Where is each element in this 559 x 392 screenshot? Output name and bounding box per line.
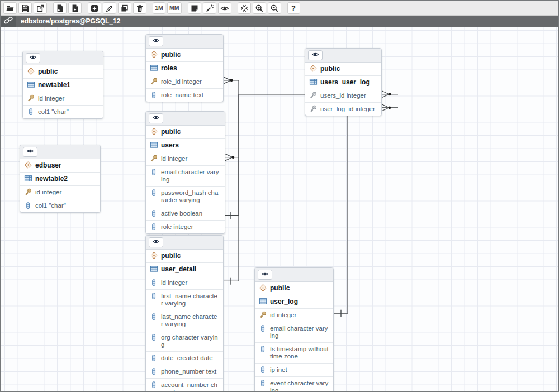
open-folder-icon <box>6 4 15 13</box>
relationship-users_user_log-user_log_id[interactable] <box>382 104 398 111</box>
column-row-col1[interactable]: col1 "char" <box>23 106 103 118</box>
column-row-org[interactable]: org character varying <box>146 331 223 352</box>
table-name-row-label: user_detail <box>161 265 196 274</box>
column-row-last_name[interactable]: last_name character varying <box>146 310 223 331</box>
table-details-toggle-button[interactable] <box>26 53 40 63</box>
column-row-ip-label: ip inet <box>270 366 287 374</box>
column-row-col1[interactable]: col1 "char" <box>20 199 100 212</box>
open-project-button[interactable] <box>3 2 17 14</box>
column-row-email-label: email character varying <box>270 325 329 340</box>
edge-dot-marker <box>230 79 233 82</box>
table-node-roles[interactable]: publicrolesrole_id integerrole_name text <box>145 34 224 102</box>
primary-key-icon <box>259 311 267 319</box>
edit-table-button[interactable] <box>103 2 116 14</box>
column-row-event[interactable]: event character varying <box>255 377 333 391</box>
table-icon <box>27 80 35 89</box>
column-row-last_name-label: last_name character varying <box>161 313 219 328</box>
table-icon <box>150 64 158 72</box>
schema-icon <box>150 251 158 260</box>
erd-toolbar: 1MMM? <box>1 1 558 16</box>
table-node-user_detail[interactable]: publicuser_detailid integerfirst_name ch… <box>145 235 224 391</box>
save-icon <box>21 4 30 13</box>
column-row-id[interactable]: id integer <box>146 152 225 166</box>
zoom-out-button[interactable] <box>268 2 281 14</box>
relationship-users_user_log-users_id[interactable] <box>382 91 398 98</box>
relationship-user_detail-id[interactable] <box>224 157 239 285</box>
table-header <box>146 112 225 126</box>
column-icon <box>259 379 267 387</box>
table-details-toggle-button[interactable] <box>308 50 323 60</box>
save-as-button[interactable] <box>34 2 47 14</box>
one-to-many-button[interactable]: 1M <box>153 2 165 14</box>
add-table-button[interactable] <box>88 2 101 14</box>
table-node-newtable2[interactable]: edbusernewtable2id integercol1 "char" <box>20 145 101 213</box>
column-row-email[interactable]: email character varying <box>255 322 333 343</box>
show-details-button[interactable] <box>218 2 231 14</box>
generate-sql-button[interactable] <box>53 2 67 14</box>
table-details-toggle-button[interactable] <box>258 270 272 280</box>
table-header <box>146 35 223 49</box>
clone-table-button[interactable] <box>118 2 131 14</box>
column-row-password_hash[interactable]: password_hash character varying <box>146 187 225 207</box>
column-row-users_id[interactable]: users_id integer <box>305 89 381 103</box>
column-row-id[interactable]: id integer <box>255 309 333 322</box>
column-row-col1-label: col1 "char" <box>38 108 69 116</box>
table-name-row: users <box>146 139 225 152</box>
column-row-ts-label: ts timestamp without time zone <box>270 346 329 360</box>
schema-row-label: public <box>320 65 340 73</box>
erd-canvas[interactable]: publicnewtable1id integercol1 "char"edbu… <box>1 27 558 391</box>
column-row-ip[interactable]: ip inet <box>255 364 333 377</box>
connection-link-icon <box>4 16 13 27</box>
column-row-first_name[interactable]: first_name character varying <box>146 290 223 310</box>
relationship-users_user_log-users_id[interactable] <box>225 94 305 161</box>
column-icon <box>150 367 158 375</box>
drop-table-button[interactable] <box>133 2 146 14</box>
column-row-role_name[interactable]: role_name text <box>146 89 223 102</box>
table-details-toggle-button[interactable] <box>149 237 163 247</box>
many-to-many-button[interactable]: MM <box>167 2 182 14</box>
column-row-password_hash-label: password_hash character varying <box>161 189 220 204</box>
table-name-row-label: newtable2 <box>35 175 68 183</box>
column-row-id[interactable]: id integer <box>23 92 103 106</box>
auto-align-button[interactable] <box>203 2 216 14</box>
column-row-active-label: active boolean <box>161 210 202 217</box>
zoom-to-fit-button[interactable] <box>238 2 251 14</box>
download-image-button[interactable] <box>68 2 82 14</box>
relationship-users_user_log-user_log_id[interactable] <box>334 113 348 317</box>
column-row-org-label: org character varying <box>161 334 219 348</box>
table-node-newtable1[interactable]: publicnewtable1id integercol1 "char" <box>22 51 103 119</box>
column-row-email[interactable]: email character varying <box>146 166 225 187</box>
table-node-user_log[interactable]: publicuser_logid integeremail character … <box>254 267 334 391</box>
relationship-users-role[interactable] <box>224 77 239 219</box>
column-row-date_created[interactable]: date_created date <box>146 352 223 365</box>
edge-dot-marker <box>389 93 391 95</box>
schema-icon <box>150 127 158 136</box>
table-name-row: user_log <box>255 295 333 309</box>
table-node-users_user_log[interactable]: publicusers_user_logusers_id integeruser… <box>305 48 382 116</box>
help-button-label: ? <box>291 4 296 12</box>
table-details-toggle-button[interactable] <box>23 147 37 157</box>
column-row-role[interactable]: role integer <box>146 221 225 233</box>
column-row-user_log_id[interactable]: user_log_id integer <box>305 103 381 116</box>
table-node-users[interactable]: publicusersid integeremail character var… <box>145 111 225 234</box>
column-row-account_number[interactable]: account_number character varying <box>146 379 223 391</box>
zoom-in-button[interactable] <box>253 2 266 14</box>
save-project-button[interactable] <box>18 2 32 14</box>
column-row-phone_number[interactable]: phone_number text <box>146 365 223 379</box>
zoom-out-icon <box>270 4 279 13</box>
table-details-toggle-button[interactable] <box>149 113 163 123</box>
add-note-button[interactable] <box>188 2 201 14</box>
column-row-role_id[interactable]: role_id integer <box>146 75 223 89</box>
column-icon <box>150 189 158 197</box>
column-row-ts[interactable]: ts timestamp without time zone <box>255 343 333 364</box>
schema-icon <box>24 161 32 169</box>
help-button[interactable]: ? <box>287 2 300 14</box>
schema-icon <box>27 67 35 75</box>
column-row-active[interactable]: active boolean <box>146 207 225 221</box>
table-details-toggle-button[interactable] <box>149 36 163 46</box>
schema-row: edbuser <box>20 159 100 173</box>
eye-icon <box>261 270 269 280</box>
column-row-id[interactable]: id integer <box>20 186 100 199</box>
column-row-id[interactable]: id integer <box>146 276 223 290</box>
foreign-key-icon <box>309 105 318 113</box>
